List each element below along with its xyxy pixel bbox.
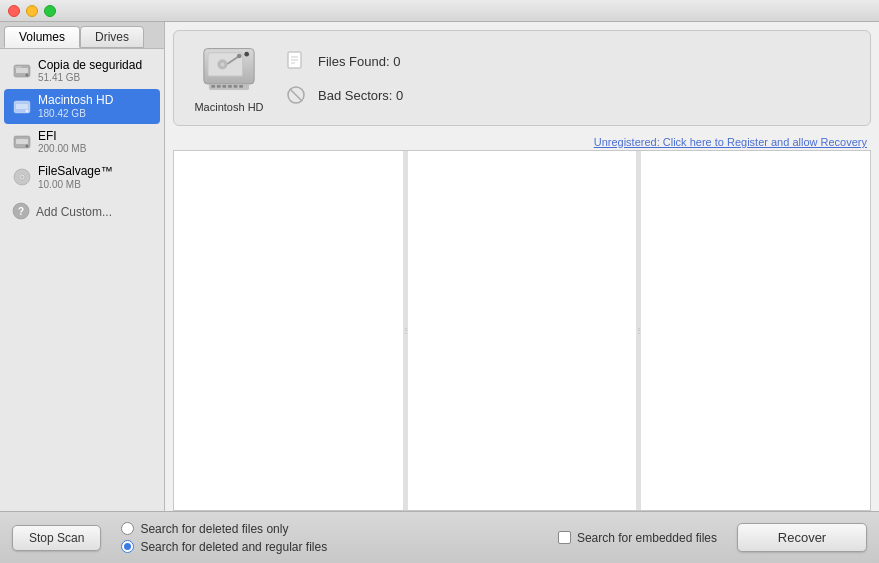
item-name-filesalvage: FileSalvage™ <box>38 164 113 178</box>
search-option-deleted-only[interactable]: Search for deleted files only <box>121 522 538 536</box>
title-bar <box>0 0 879 22</box>
search-option-deleted-regular[interactable]: Search for deleted and regular files <box>121 540 538 554</box>
drive-icon <box>12 61 32 81</box>
item-name-macintosh: Macintosh HD <box>38 93 113 107</box>
item-size-efi: 200.00 MB <box>38 143 86 155</box>
item-name-efi: EFI <box>38 129 86 143</box>
close-button[interactable] <box>8 5 20 17</box>
tab-drives[interactable]: Drives <box>80 26 144 48</box>
drive-icon-efi <box>12 132 32 152</box>
svg-point-9 <box>26 144 29 147</box>
svg-rect-3 <box>15 66 22 68</box>
item-size-macintosh: 180.42 GB <box>38 108 113 120</box>
item-text-macintosh: Macintosh HD 180.42 GB <box>38 93 113 119</box>
sidebar-item-copia[interactable]: Copia de seguridad 51.41 GB <box>4 54 160 88</box>
file-list-area: ⋮ ⋮ <box>173 150 871 511</box>
main-area: Volumes Drives Copia de seg <box>0 22 879 511</box>
drive-icon-macintosh <box>12 97 32 117</box>
bad-sectors-label: Bad Sectors: 0 <box>318 88 438 103</box>
bottom-bar: Stop Scan Search for deleted files only … <box>0 511 879 563</box>
add-custom-label: Add Custom... <box>36 205 112 219</box>
svg-point-6 <box>26 109 29 112</box>
svg-rect-29 <box>239 85 243 88</box>
svg-rect-25 <box>217 85 221 88</box>
svg-point-21 <box>221 63 225 67</box>
sidebar: Volumes Drives Copia de seg <box>0 22 165 511</box>
maximize-button[interactable] <box>44 5 56 17</box>
svg-rect-5 <box>16 104 28 109</box>
radio-deleted-only[interactable] <box>121 522 134 535</box>
cd-icon <box>12 167 32 187</box>
bad-sectors-row: Bad Sectors: 0 <box>284 83 438 107</box>
content-area: Macintosh HD <box>165 22 879 511</box>
files-found-row: Files Found: 0 <box>284 49 438 73</box>
checkbox-embedded[interactable] <box>558 531 571 544</box>
svg-rect-24 <box>211 85 215 88</box>
svg-rect-26 <box>222 85 226 88</box>
file-column-2 <box>408 151 638 510</box>
item-size-filesalvage: 10.00 MB <box>38 179 113 191</box>
svg-point-12 <box>21 176 24 179</box>
radio-deleted-regular-label: Search for deleted and regular files <box>140 540 327 554</box>
file-column-1 <box>174 151 404 510</box>
drive-large-icon: Macintosh HD <box>194 43 264 113</box>
radio-deleted-only-label: Search for deleted files only <box>140 522 288 536</box>
embedded-option-row[interactable]: Search for embedded files <box>558 531 717 545</box>
stop-scan-button[interactable]: Stop Scan <box>12 525 101 551</box>
search-options: Search for deleted files only Search for… <box>121 522 538 554</box>
svg-line-36 <box>290 89 302 101</box>
add-custom-item[interactable]: ? Add Custom... <box>0 196 164 229</box>
svg-point-2 <box>26 74 29 77</box>
drive-stats: Files Found: 0 Bad Sectors: 0 <box>284 49 438 107</box>
svg-point-22 <box>244 52 249 57</box>
item-text-efi: EFI 200.00 MB <box>38 129 86 155</box>
svg-rect-1 <box>16 68 28 73</box>
svg-rect-8 <box>16 139 28 144</box>
svg-rect-27 <box>228 85 232 88</box>
embedded-label: Search for embedded files <box>577 531 717 545</box>
traffic-lights <box>8 5 56 17</box>
reg-link[interactable]: Unregistered: Click here to Register and… <box>594 136 867 148</box>
minimize-button[interactable] <box>26 5 38 17</box>
file-column-3 <box>641 151 870 510</box>
svg-point-19 <box>237 54 242 59</box>
tab-bar: Volumes Drives <box>0 22 164 49</box>
item-text-filesalvage: FileSalvage™ 10.00 MB <box>38 164 113 190</box>
svg-rect-28 <box>234 85 238 88</box>
reg-link-bar: Unregistered: Click here to Register and… <box>165 134 879 150</box>
files-found-icon <box>284 49 308 73</box>
drive-info-panel: Macintosh HD <box>173 30 871 126</box>
svg-text:?: ? <box>18 206 24 217</box>
item-size-copia: 51.41 GB <box>38 72 142 84</box>
question-icon: ? <box>12 202 30 223</box>
sidebar-items: Copia de seguridad 51.41 GB Macin <box>0 49 164 511</box>
drive-panel-name: Macintosh HD <box>194 101 263 113</box>
sidebar-item-macintosh[interactable]: Macintosh HD 180.42 GB <box>4 89 160 123</box>
bad-sectors-icon <box>284 83 308 107</box>
tab-volumes[interactable]: Volumes <box>4 26 80 48</box>
app-container: Volumes Drives Copia de seg <box>0 22 879 563</box>
recover-button[interactable]: Recover <box>737 523 867 552</box>
radio-deleted-regular[interactable] <box>121 540 134 553</box>
files-found-label: Files Found: 0 <box>318 54 438 69</box>
item-name-copia: Copia de seguridad <box>38 58 142 72</box>
sidebar-item-filesalvage[interactable]: FileSalvage™ 10.00 MB <box>4 160 160 194</box>
item-text-copia: Copia de seguridad 51.41 GB <box>38 58 142 84</box>
sidebar-item-efi[interactable]: EFI 200.00 MB <box>4 125 160 159</box>
